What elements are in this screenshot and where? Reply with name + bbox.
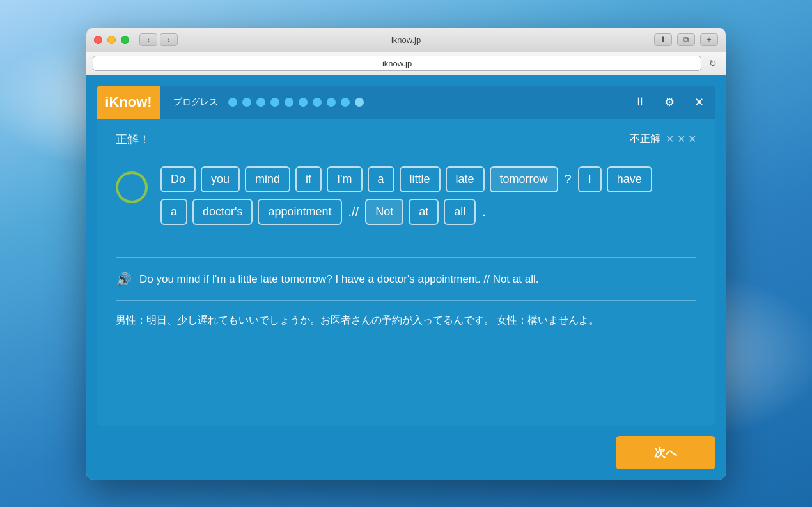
minimize-window-button[interactable] [107, 36, 116, 44]
reload-button[interactable]: ↻ [707, 57, 719, 70]
pause-button[interactable]: ⏸ [626, 86, 654, 119]
progress-dot-4 [270, 98, 279, 107]
progress-dot-2 [242, 98, 251, 107]
word-chip-a[interactable]: a [368, 166, 394, 192]
audio-section: 🔊 Do you mind if I'm a little late tomor… [116, 257, 696, 330]
punct-question: ? [563, 172, 573, 187]
word-chip-not[interactable]: Not [365, 199, 403, 225]
punct-slash: ./​/ [347, 205, 361, 219]
word-chip-mind[interactable]: mind [245, 166, 290, 192]
punct-period: . [481, 205, 487, 219]
word-chip-little[interactable]: little [400, 166, 441, 192]
circle-indicator [116, 171, 148, 203]
share-button[interactable]: ⬆ [654, 33, 672, 46]
word-chip-all[interactable]: all [444, 199, 476, 225]
app-container: iKnow! プログレス ⏸ ⚙ [86, 75, 726, 480]
correct-label: 正解！ [116, 132, 150, 147]
english-text: Do you mind if I'm a little late tomorro… [139, 270, 538, 288]
progress-area: プログレス [160, 97, 626, 108]
next-button[interactable]: 次へ [616, 436, 715, 469]
japanese-text: 男性：明日、少し遅れてもいいでしょうか。お医者さんの予約が入ってるんです。 女性… [116, 311, 696, 330]
app-header: iKnow! プログレス ⏸ ⚙ [97, 86, 715, 119]
browser-nav: ‹ › [139, 33, 178, 46]
iknow-logo: iKnow! [97, 86, 160, 119]
window-toggle-button[interactable]: ⧉ [677, 33, 695, 46]
incorrect-area: 不正解 ✕ ✕ ✕ [630, 132, 696, 146]
close-app-button[interactable]: ✕ [685, 86, 713, 119]
word-chip-have[interactable]: have [607, 166, 652, 192]
word-chip-late[interactable]: late [446, 166, 485, 192]
word-chip-do[interactable]: Do [160, 166, 196, 192]
words-row-1: Do you mind if I'm a little late tomorro… [160, 166, 696, 192]
titlebar-actions: ⬆ ⧉ + [654, 33, 718, 46]
words-container: Do you mind if I'm a little late tomorro… [160, 166, 696, 231]
word-chip-a2[interactable]: a [160, 199, 187, 225]
page-title: iknow.jp [391, 35, 421, 45]
divider [116, 300, 696, 301]
progress-dot-10 [355, 98, 364, 107]
audio-icon[interactable]: 🔊 [116, 272, 132, 287]
settings-button[interactable]: ⚙ [655, 86, 683, 119]
progress-dot-3 [256, 98, 265, 107]
maximize-window-button[interactable] [121, 36, 129, 44]
feedback-bar: 正解！ 不正解 ✕ ✕ ✕ [116, 132, 696, 147]
word-chip-im[interactable]: I'm [327, 166, 362, 192]
word-chip-at[interactable]: at [409, 199, 439, 225]
progress-label: プログレス [173, 97, 218, 108]
header-controls: ⏸ ⚙ ✕ [626, 86, 715, 119]
incorrect-marks: ✕ ✕ ✕ [666, 133, 696, 145]
word-chip-i[interactable]: I [578, 166, 602, 192]
quiz-area: 正解！ 不正解 ✕ ✕ ✕ Do you mind if I'm a [97, 119, 715, 426]
add-tab-button[interactable]: + [700, 33, 718, 46]
word-chip-appointment[interactable]: appointment [258, 199, 341, 225]
close-window-button[interactable] [94, 36, 102, 44]
progress-dots [228, 98, 364, 107]
traffic-lights [94, 36, 129, 44]
logo-text: iKnow! [105, 94, 152, 111]
word-chip-doctors[interactable]: doctor's [192, 199, 253, 225]
progress-dot-8 [327, 98, 336, 107]
forward-button[interactable]: › [160, 33, 178, 46]
audio-row: 🔊 Do you mind if I'm a little late tomor… [116, 270, 696, 288]
address-bar[interactable]: iknow.jp [93, 56, 701, 71]
progress-dot-1 [228, 98, 237, 107]
words-row-2: a doctor's appointment ./​/ Not at all . [160, 199, 696, 225]
titlebar: ‹ › iknow.jp ⬆ ⧉ + [86, 28, 726, 52]
back-button[interactable]: ‹ [139, 33, 157, 46]
word-chip-if[interactable]: if [295, 166, 322, 192]
word-chip-tomorrow[interactable]: tomorrow [490, 166, 558, 192]
incorrect-label: 不正解 [630, 132, 660, 146]
word-area: Do you mind if I'm a little late tomorro… [116, 166, 696, 231]
app-window: ‹ › iknow.jp ⬆ ⧉ + iknow.jp ↻ iKnow! プログ… [86, 28, 726, 480]
progress-dot-9 [341, 98, 350, 107]
browser-toolbar: iknow.jp ↻ [86, 52, 726, 75]
next-button-area: 次へ [97, 426, 715, 469]
progress-dot-7 [313, 98, 322, 107]
word-chip-you[interactable]: you [201, 166, 240, 192]
progress-dot-6 [299, 98, 308, 107]
progress-dot-5 [285, 98, 293, 107]
